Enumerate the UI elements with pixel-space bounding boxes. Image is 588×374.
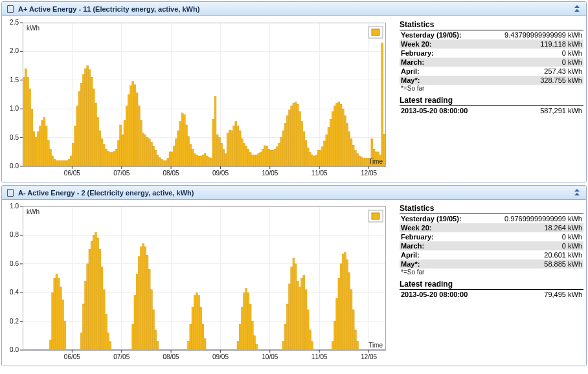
chart-bar [165, 160, 167, 166]
chart-bar [348, 132, 350, 166]
collapse-icon[interactable] [573, 5, 582, 14]
stats-label: Yesterday (19/05): [400, 30, 481, 39]
x-axis-label: Time [368, 342, 383, 349]
chart-bar [186, 125, 188, 166]
chart-bar [124, 120, 126, 166]
chart-bar [319, 150, 321, 166]
chart-bar [354, 150, 356, 166]
chart-bar [221, 143, 223, 166]
chart-bar [150, 142, 152, 166]
latest-reading-table: 2013-05-20 08:00:0079,495 kWh [400, 290, 583, 299]
stats-row: Week 20:18.264 kWh [400, 223, 583, 232]
chart-bar [303, 276, 305, 350]
latest-reading-time: 2013-05-20 08:00:00 [400, 290, 515, 299]
stats-value: 0.97699999999999 kWh [481, 214, 583, 223]
chart-bar [274, 149, 276, 166]
chart-bar [62, 300, 64, 350]
chart-bar [141, 247, 142, 350]
stats-label: March: [400, 241, 481, 250]
stats-value: 0 kWh [481, 49, 583, 58]
chart-bar [181, 113, 183, 166]
stats-label: Yesterday (19/05): [400, 214, 481, 223]
chart-bar [93, 235, 95, 350]
chart-bar [352, 310, 354, 350]
stats-note: *=So far [400, 269, 583, 278]
chart-bar [202, 155, 204, 166]
chart-bar [237, 126, 239, 166]
chart-bar [136, 93, 138, 166]
chart-bar [62, 160, 64, 166]
chart-bar [251, 155, 253, 166]
legend-swatch [372, 29, 379, 36]
bar-chart: 0.00.20.40.60.81.006/0507/0508/0509/0510… [2, 200, 390, 366]
x-tick-label: 08/05 [163, 170, 179, 177]
stats-row: Week 20:119.118 kWh [400, 39, 583, 49]
chart-bar [299, 287, 301, 350]
chart-bar [97, 238, 99, 350]
chart-bar [50, 340, 52, 350]
chart-bar [260, 153, 262, 166]
stats-value: 20.601 kWh [481, 250, 583, 259]
chart-bar [365, 159, 367, 166]
chart-bar [200, 156, 202, 166]
x-tick-label: 09/05 [212, 170, 229, 177]
chart-bar [87, 66, 89, 166]
chart-bar [354, 330, 356, 350]
chart-bar [332, 112, 334, 166]
stats-label: May*: [400, 76, 481, 85]
y-tick-label: 0.5 [10, 134, 19, 141]
chart-bar [167, 159, 169, 166]
chart-bar [115, 149, 117, 166]
chart-bar [361, 157, 363, 166]
chart-bar [33, 132, 35, 166]
chart-bar [35, 138, 37, 166]
y-tick-label: 0.0 [10, 346, 19, 353]
y-axis-label: kWh [27, 208, 40, 215]
stats-row: May*:328.755 kWh [400, 76, 583, 85]
chart-bar [56, 160, 58, 166]
chart-bar [299, 112, 301, 166]
chart-bar [97, 118, 99, 166]
chart-bar [132, 324, 134, 350]
chart-bar [153, 146, 155, 166]
chart-bar [45, 126, 47, 166]
chart-bar [266, 146, 268, 166]
collapse-icon[interactable] [573, 188, 582, 197]
chart-bar [43, 118, 45, 166]
panel-body: 0.00.51.01.52.02.506/0507/0508/0509/0510… [2, 16, 586, 182]
latest-reading-row: 2013-05-20 08:00:00587,291 kWh [400, 106, 583, 115]
chart-bar [216, 135, 218, 166]
chart-bar [289, 110, 291, 166]
chart-bar [107, 333, 109, 350]
chart-bar [188, 137, 190, 166]
stats-title: Statistics [400, 204, 583, 214]
chart-bar [359, 156, 361, 166]
chart-bar [332, 342, 334, 350]
stats-value: 0 kWh [481, 58, 583, 67]
chart-bar [95, 103, 97, 166]
chart-bar [330, 119, 332, 166]
stats-label: April: [400, 67, 481, 76]
chart-bar [254, 336, 256, 350]
latest-reading-title: Latest reading [400, 96, 583, 106]
chart-bar [245, 289, 247, 350]
stats-label: February: [400, 49, 481, 58]
chart-bar [177, 131, 179, 166]
x-tick-label: 12/05 [361, 170, 377, 177]
chart-bar [85, 69, 87, 166]
chart-bar [183, 115, 185, 166]
energy-panel: A- Active Energy - 2 (Electricity energy… [1, 185, 587, 366]
x-tick-label: 08/05 [163, 353, 179, 360]
chart-bar [338, 102, 340, 166]
chart-bar [284, 123, 286, 166]
chart-bar [256, 344, 258, 350]
chart-bar [336, 103, 338, 166]
stats-value: 9.43799999999999 kWh [481, 30, 583, 39]
chart-bar [120, 125, 122, 166]
chart-bar [47, 140, 49, 166]
chart-bar [212, 119, 214, 166]
chart-bar [192, 149, 194, 166]
stats-label: Week 20: [400, 39, 481, 49]
chart-bar [52, 156, 54, 166]
chart-bar [89, 250, 91, 350]
